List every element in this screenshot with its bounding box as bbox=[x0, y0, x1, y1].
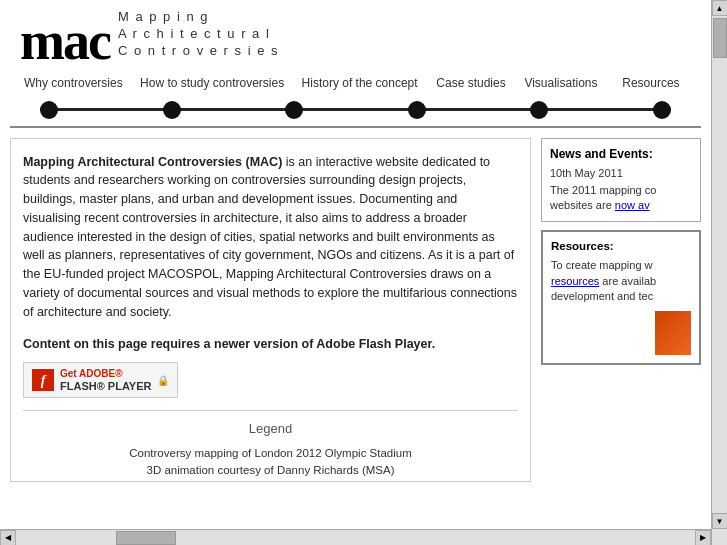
resources-title: Resources: bbox=[551, 240, 691, 252]
main-content: mac M a p p i n g A r c h i t e c t u r … bbox=[0, 0, 711, 529]
resources-image bbox=[551, 311, 691, 355]
legend-title: Legend bbox=[23, 419, 518, 439]
divider bbox=[10, 126, 701, 128]
news-box: News and Events: 10th May 2011 The 2011 … bbox=[541, 138, 701, 223]
logo-mac: mac bbox=[20, 14, 110, 68]
timeline-dot-5 bbox=[530, 101, 548, 119]
news-title: News and Events: bbox=[550, 147, 692, 161]
resources-box: Resources: To create mapping w resources… bbox=[541, 230, 701, 364]
timeline bbox=[10, 96, 701, 124]
flash-icon: f bbox=[32, 369, 54, 391]
caption-1: Controversy mapping of London 2012 Olymp… bbox=[23, 445, 518, 462]
resources-link[interactable]: resources bbox=[551, 275, 599, 287]
intro-bold: Mapping Architectural Controversies (MAC… bbox=[23, 155, 282, 169]
scrollbar-bottom[interactable]: ◀ ▶ bbox=[0, 529, 711, 545]
nav-item-history[interactable]: History of the concept bbox=[298, 72, 422, 96]
book-icon bbox=[655, 311, 691, 355]
intro-rest: is an interactive website dedicated to s… bbox=[23, 155, 517, 319]
nav-item-why[interactable]: Why controversies bbox=[20, 72, 127, 96]
flash-badge-text: Get ADOBE® FLASH® PLAYER bbox=[60, 367, 151, 393]
nav-bar: Why controversies How to study controver… bbox=[10, 72, 701, 96]
news-link[interactable]: now av bbox=[615, 199, 650, 211]
timeline-dot-2 bbox=[163, 101, 181, 119]
logo-text: M a p p i n g A r c h i t e c t u r a l … bbox=[118, 9, 279, 60]
scroll-thumb-right[interactable] bbox=[713, 18, 727, 58]
scrollbar-right[interactable]: ▲ ▼ bbox=[711, 0, 727, 545]
side-panel: News and Events: 10th May 2011 The 2011 … bbox=[541, 138, 701, 482]
body-area: Mapping Architectural Controversies (MAC… bbox=[0, 130, 711, 490]
nav-container: Why controversies How to study controver… bbox=[0, 72, 711, 96]
caption-2: 3D animation courtesy of Danny Richards … bbox=[23, 462, 518, 479]
timeline-dots bbox=[10, 101, 701, 119]
flash-badge[interactable]: f Get ADOBE® FLASH® PLAYER 🔒 bbox=[23, 362, 178, 398]
scroll-down-arrow[interactable]: ▼ bbox=[712, 513, 728, 529]
timeline-dot-4 bbox=[408, 101, 426, 119]
news-text: The 2011 mapping co websites are now av bbox=[550, 183, 692, 214]
timeline-dot-6 bbox=[653, 101, 671, 119]
nav-item-resources[interactable]: Resources bbox=[611, 72, 691, 96]
nav-item-vis[interactable]: Visualisations bbox=[520, 72, 601, 96]
intro-paragraph: Mapping Architectural Controversies (MAC… bbox=[23, 153, 518, 322]
scroll-up-arrow[interactable]: ▲ bbox=[712, 0, 728, 16]
resources-text: To create mapping w resources are availa… bbox=[551, 258, 691, 304]
nav-item-how[interactable]: How to study controversies bbox=[136, 72, 288, 96]
nav-item-case[interactable]: Case studies bbox=[431, 72, 511, 96]
news-date: 10th May 2011 bbox=[550, 167, 692, 179]
legend-area: Legend Controversy mapping of London 201… bbox=[23, 410, 518, 479]
header: mac M a p p i n g A r c h i t e c t u r … bbox=[0, 0, 711, 68]
main-panel: Mapping Architectural Controversies (MAC… bbox=[10, 138, 531, 482]
flash-notice: Content on this page requires a newer ve… bbox=[23, 335, 518, 354]
scroll-left-arrow[interactable]: ◀ bbox=[0, 530, 16, 546]
flash-lock-icon: 🔒 bbox=[157, 373, 169, 388]
scroll-thumb-bottom[interactable] bbox=[116, 531, 176, 545]
scroll-right-arrow[interactable]: ▶ bbox=[695, 530, 711, 546]
timeline-dot-3 bbox=[285, 101, 303, 119]
timeline-dot-1 bbox=[40, 101, 58, 119]
